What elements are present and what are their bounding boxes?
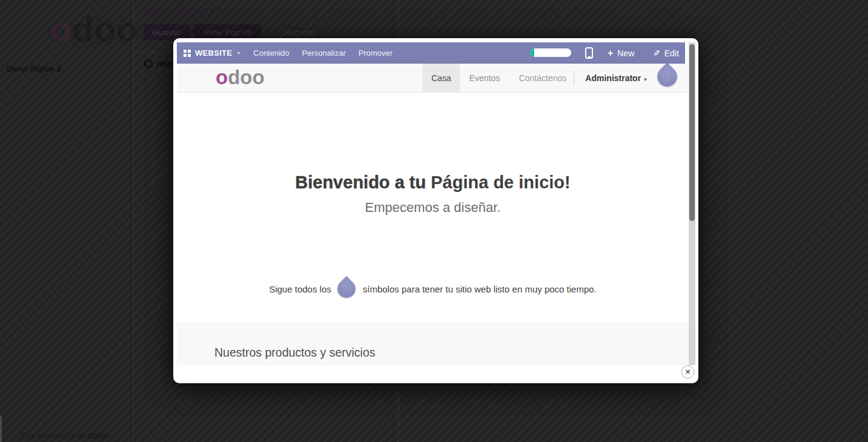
breadcrumb-parent[interactable]: Demo Popup <box>144 5 207 18</box>
progress-fill <box>530 48 534 57</box>
chevron-down-icon: ▾ <box>644 76 647 82</box>
odoo-backend-logo: odoo <box>50 8 139 49</box>
new-button[interactable]: + New <box>608 42 634 64</box>
site-logo[interactable]: odoo <box>216 66 265 89</box>
hero-title-strong: Página de inicio <box>431 173 565 192</box>
mobile-preview-icon[interactable] <box>585 47 593 59</box>
nav-item-casa[interactable]: Casa <box>423 64 460 93</box>
tour-droplet-icon[interactable] <box>334 276 359 302</box>
pencil-icon: ✎ <box>653 48 660 58</box>
breadcrumb-current: Nuevo <box>217 5 249 18</box>
chevron-down-icon[interactable]: ▼ <box>236 51 240 55</box>
hero-title: Bienvenido a tu Página de inicio! <box>177 173 689 193</box>
menu-promover[interactable]: Promover <box>359 48 393 58</box>
radio-button[interactable] <box>144 59 153 68</box>
scrollbar-track[interactable] <box>689 42 695 365</box>
site-logo-letter: o <box>216 66 228 88</box>
backend-divider-vertical <box>133 0 134 442</box>
products-section: Nuestros productos y servicios <box>177 323 689 365</box>
menu-contenido[interactable]: Contenido <box>253 48 289 58</box>
page: odoo Demo Popup/Nuevo Guardar Show Pop U… <box>0 0 868 442</box>
hero-tip: Sigue todos los símbolos para tener tu s… <box>177 280 689 298</box>
site-logo-rest: doo <box>228 66 264 88</box>
tip-text-end: símbolos para tener tu sitio web listo e… <box>363 284 597 294</box>
menu-personalizar[interactable]: Personalizar <box>302 48 346 58</box>
backend-left-edge <box>0 416 2 442</box>
website-editor-modal: WEBSITE ▼ Contenido Personalizar Promove… <box>173 38 698 383</box>
toolbar-left-group: WEBSITE ▼ Contenido Personalizar Promove… <box>184 42 393 64</box>
hero-subtitle: Empecemos a diseñar. <box>177 200 689 216</box>
breadcrumb: Demo Popup/Nuevo <box>144 5 249 18</box>
site-header: odoo Casa Eventos Contáctenos Administra… <box>177 64 689 93</box>
website-menu-button[interactable]: WEBSITE <box>195 48 232 58</box>
powered-by: Con tecnología de Odoo <box>21 431 108 440</box>
edit-button-label: Edit <box>664 48 679 58</box>
products-heading: Nuestros productos y servicios <box>214 346 376 360</box>
close-button[interactable]: ✕ <box>681 366 694 378</box>
logo-rest: doo <box>72 9 138 48</box>
website-preview: odoo Casa Eventos Contáctenos Administra… <box>177 64 689 365</box>
nav-divider <box>574 71 574 85</box>
tour-progress-bar <box>530 48 571 57</box>
close-icon: ✕ <box>685 368 691 375</box>
apps-grid-icon[interactable] <box>184 50 191 57</box>
user-menu-label: Administrator <box>585 73 641 83</box>
nav-item-eventos[interactable]: Eventos <box>468 64 501 93</box>
sidebar-item-demo-popup-2[interactable]: Demo Popup 2 <box>6 64 61 73</box>
tip-text-start: Sigue todos los <box>269 284 331 294</box>
powered-by-brand[interactable]: Odoo <box>87 431 108 440</box>
logo-letter: o <box>50 9 72 48</box>
plus-icon: + <box>608 48 613 58</box>
new-button-label: New <box>617 48 634 58</box>
user-menu[interactable]: Administrator▾ <box>584 64 648 93</box>
powered-by-prefix: Con tecnología de <box>21 431 87 440</box>
hero-title-end: ! <box>565 173 571 192</box>
hero-title-start: Bienvenido a tu <box>295 173 431 192</box>
edit-button[interactable]: ✎ Edit <box>653 42 679 64</box>
breadcrumb-separator: / <box>207 5 217 18</box>
editor-toolbar: WEBSITE ▼ Contenido Personalizar Promove… <box>177 42 685 64</box>
radio-label: http <box>157 59 172 68</box>
hero-section: Bienvenido a tu Página de inicio! Empece… <box>177 93 689 323</box>
tour-droplet-icon[interactable] <box>653 64 681 91</box>
nav-item-contactenos[interactable]: Contáctenos <box>518 64 568 93</box>
scrollbar-thumb[interactable] <box>689 44 695 221</box>
